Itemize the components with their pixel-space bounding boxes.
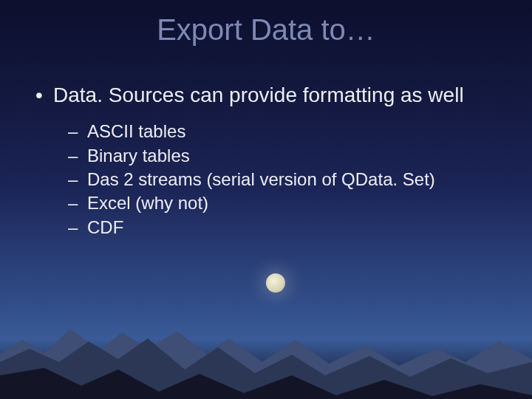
bullet-level2: CDF <box>68 216 499 239</box>
slide-content: Data. Sources can provide formatting as … <box>33 83 499 239</box>
mountain-decoration <box>0 288 532 399</box>
bullet-subgroup: ASCII tables Binary tables Das 2 streams… <box>68 120 499 239</box>
moon-decoration <box>266 273 285 293</box>
bullet-level2: ASCII tables <box>68 120 499 143</box>
bullet-level2: Binary tables <box>68 144 499 168</box>
bullet-level1: Data. Sources can provide formatting as … <box>33 83 499 108</box>
bullet-level2: Excel (why not) <box>68 191 499 215</box>
slide: Export Data to… Data. Sources can provid… <box>0 0 532 399</box>
bullet-level2: Das 2 streams (serial version of QData. … <box>68 168 499 191</box>
slide-title: Export Data to… <box>0 13 532 47</box>
